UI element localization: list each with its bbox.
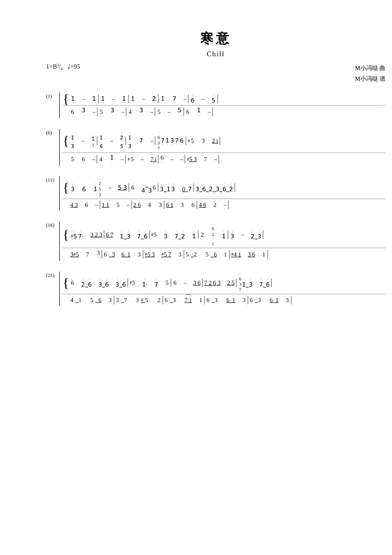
composer-info: M小冯哒 曲 M小冯哒 谱 <box>355 63 385 84</box>
note: 7̇ <box>172 95 176 102</box>
chord-note: 2̇ 5̇ <box>120 132 123 149</box>
note: 1̇ <box>71 95 75 102</box>
note: 1̇ <box>92 95 96 102</box>
chord-note: 1̇ 3̇ <box>128 132 131 149</box>
chord-bot: 5̇ <box>120 141 123 149</box>
staff-group-1: { 1̇ – 1̇ 1̇ – 1̇ 1̇ – 2̇ <box>59 92 385 118</box>
underline-group: 2 i <box>212 137 218 144</box>
brace-21: { <box>63 279 69 286</box>
barline <box>188 95 188 103</box>
title-chinese: 寒意 <box>46 30 385 47</box>
staff-lower-11: { 4 3 6 – 1 1 5 – 2 6 4 3 <box>63 199 385 211</box>
staff-group-11: { · 3̇ · 6̇ · 1̇ ·· 2 <box>59 176 385 211</box>
staff-upper-6: { 1̇ 3̇ – 1̇ i 1̇ 6̇ <box>63 129 385 153</box>
brace-11: { <box>63 184 69 191</box>
system-6: (6) { 1̇ 3̇ – 1̇ i 1̇ <box>46 129 385 166</box>
chord-top: 1̇ <box>100 132 103 141</box>
repeat-open-upper: { <box>63 95 69 102</box>
staff-group-6: { 1̇ 3̇ – 1̇ i 1̇ 6̇ <box>59 129 385 166</box>
stacked-note: · #5̇ <box>71 229 77 240</box>
staff-upper-21: { 6 · 2̇ · 6̇ · <box>63 271 385 294</box>
note-7dot: · 7̇· <box>78 229 83 240</box>
page: 寒意 Chill 1=B3/4 ♩=95 M小冯哒 曲 M小冯哒 谱 (1) {… <box>20 13 392 555</box>
chord-note: 1̇ i <box>92 133 95 148</box>
arranger-label: M小冯哒 谱 <box>355 73 385 84</box>
triple-chord: · 6 3 7 <box>157 130 160 151</box>
chord-note: 1̇ 6̇ <box>100 132 103 149</box>
staff-upper-11: { · 3̇ · 6̇ · 1̇ ·· 2 <box>63 176 385 199</box>
dash: – <box>201 95 205 102</box>
tie-group: 7 1 <box>185 297 192 304</box>
key-tempo: 1=B3/4 ♩=95 <box>46 63 80 84</box>
triple-chord-21: ·· 6 3 7 <box>239 273 241 293</box>
barline <box>128 95 128 103</box>
note: 1̇ <box>161 95 165 102</box>
chord-bot: i <box>93 142 94 148</box>
staff-lower-21: { 4 · 1 · 5 · <box>63 294 385 306</box>
chord-bot: 3̇ <box>71 141 74 149</box>
barline <box>158 95 158 103</box>
section-label-11: (11) <box>46 177 54 183</box>
title-english: Chill <box>46 50 385 58</box>
brace-16: { <box>63 231 69 238</box>
chord-top: 1̇ <box>128 132 131 141</box>
staff-group-21: { 6 · 2̇ · 6̇ · <box>59 271 385 306</box>
brace-6: { <box>63 138 69 144</box>
chord-bot: 6̇ <box>100 141 103 149</box>
chord-bot: 3̇ <box>128 141 131 149</box>
meta-row: 1=B3/4 ♩=95 M小冯哒 曲 M小冯哒 谱 <box>46 63 385 84</box>
section-label-16: (16) <box>46 222 54 228</box>
triple-chord-16: ·· 6 2 · i <box>212 223 214 247</box>
barline <box>98 95 99 103</box>
staff-group-16: { · #5̇ · 7̇· 3 2 3 6 7 <box>59 221 385 261</box>
dash: – <box>184 95 186 102</box>
staff-upper-1: { 1̇ – 1̇ 1̇ – 1̇ 1̇ – 2̇ <box>63 92 385 105</box>
dash: – <box>82 95 85 102</box>
section-label-21: (21) <box>46 272 54 278</box>
chord-note: 1̇ 3̇ <box>71 132 74 149</box>
sharp-sign: # <box>188 138 190 143</box>
staff-upper-16: { · #5̇ · 7̇· 3 2 3 6 7 <box>63 221 385 248</box>
chord-top: 1̇ <box>71 132 74 141</box>
note: 1̇ <box>131 95 135 102</box>
chord-top: 1̇ <box>92 133 95 142</box>
staff-lower-16: { 3#5 7 3 · 6 · 3 <box>63 248 385 261</box>
barline <box>217 95 218 103</box>
composer-label: M小冯哒 曲 <box>355 63 385 73</box>
system-16: (16) { · #5̇ · 7̇· 3 2 3 6 7 <box>46 221 385 261</box>
section-label-6: (6) <box>46 130 52 135</box>
system-1: (1) { 1̇ – 1̇ 1̇ – 1̇ 1̇ <box>46 92 385 118</box>
note: 1̇ <box>101 95 105 102</box>
staff-lower-1: { 6 3̇ · – 5 3̇ · – <box>63 105 385 118</box>
triple-chord-11: ·· 2 5 3 <box>99 178 101 197</box>
note: 2̇ <box>152 95 156 102</box>
dash: – <box>112 95 115 102</box>
staff-lower-6: { 5 6 – 4 1̇ · – #5 <box>63 153 385 166</box>
system-21: (21) { 6 · 2̇ · 6̇ <box>46 271 385 306</box>
dash: – <box>142 95 145 102</box>
system-11: (11) { · 3̇ · 6̇ · 1̇ <box>46 176 385 211</box>
chord-top: 2̇ <box>120 132 123 141</box>
section-label-1: (1) <box>46 93 52 99</box>
note: 6 <box>71 109 74 115</box>
note: 1̇ <box>122 95 126 102</box>
